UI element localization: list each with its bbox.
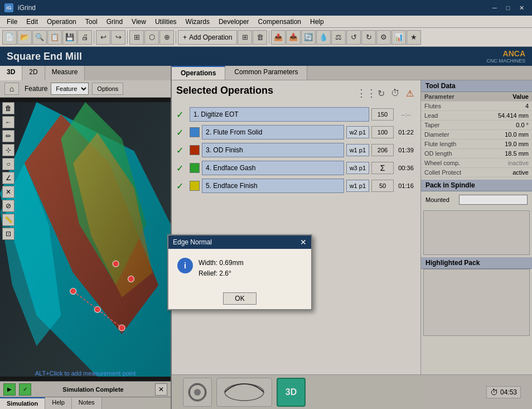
circle-tool[interactable]: ○ xyxy=(2,158,14,170)
title-bar: iG iGrind ─ □ ✕ xyxy=(0,0,532,16)
op-time-4: 00:36 xyxy=(396,165,416,171)
menu-compensation[interactable]: Compensation xyxy=(254,17,306,27)
op-name-5[interactable]: 5. Endface Finish xyxy=(202,179,344,193)
table-button[interactable]: ⊞ xyxy=(238,30,252,45)
target-button[interactable]: ⊕ xyxy=(159,30,174,45)
op-value-1: 150 xyxy=(371,108,394,121)
redo-button[interactable]: ↪ xyxy=(111,30,125,45)
menu-utilities[interactable]: Utilities xyxy=(151,17,181,27)
op-tag-2: w2 p1 xyxy=(346,126,369,138)
3d-button[interactable]: ⬡ xyxy=(144,30,159,45)
open-button[interactable]: 📂 xyxy=(17,30,32,45)
tab-help[interactable]: Help xyxy=(45,397,72,409)
balance-button[interactable]: ⚖ xyxy=(331,30,346,45)
toolbar: 📄 📂 🔍 📋 💾 🖨 ↩ ↪ ⊞ ⬡ ⊕ + Add Operation ⊞ … xyxy=(0,28,532,47)
grid-button[interactable]: ⊞ xyxy=(129,30,144,45)
op-check-4: ✓ xyxy=(176,163,187,174)
3d-view-button[interactable]: 3D xyxy=(277,378,306,407)
op-value-2: 100 xyxy=(371,126,394,138)
viewport: 🗑 ← ✏ ⊹ ○ ∠ ✕ ⊘ 📏 ⊡ xyxy=(0,98,171,381)
add-operation-button[interactable]: + Add Operation xyxy=(178,30,237,45)
op-color-3 xyxy=(190,145,200,155)
undo-button[interactable]: ↩ xyxy=(96,30,110,45)
op-tag-5: w1 p1 xyxy=(346,180,369,192)
menu-help[interactable]: Help xyxy=(306,17,328,27)
profile-button[interactable] xyxy=(216,378,272,407)
ops-icon-1[interactable]: ⋮⋮ xyxy=(360,87,373,99)
ok-button[interactable]: OK xyxy=(223,292,256,305)
tab-simulation[interactable]: Simulation xyxy=(0,397,45,409)
measure-tool[interactable]: 📏 xyxy=(2,214,14,226)
op-time-5: 01:16 xyxy=(396,182,416,189)
print-button[interactable]: 🖨 xyxy=(78,30,92,45)
ops-icon-2[interactable]: ↻ xyxy=(375,87,387,99)
new-button[interactable]: 📄 xyxy=(2,30,17,45)
width-text: Width: 0.69mm xyxy=(199,258,244,268)
save-button[interactable]: 💾 xyxy=(62,30,77,45)
options-button[interactable]: Options xyxy=(92,83,123,95)
import-button[interactable]: 📥 xyxy=(286,30,301,45)
ops-tabs: Operations Common Parameters xyxy=(172,66,532,80)
water-button[interactable]: 💧 xyxy=(316,30,331,45)
menu-grind[interactable]: Grind xyxy=(102,17,127,27)
pointer-tool[interactable]: ⊹ xyxy=(2,144,14,156)
settings-button[interactable]: ⚙ xyxy=(376,30,391,45)
tab-operations[interactable]: Operations xyxy=(172,66,225,80)
tab-2d[interactable]: 2D xyxy=(22,66,45,80)
menu-file[interactable]: File xyxy=(2,17,22,27)
menu-operation[interactable]: Operation xyxy=(42,17,81,27)
rotate-right-button[interactable]: ↻ xyxy=(361,30,376,45)
cycle-button[interactable]: 🔄 xyxy=(301,30,316,45)
op-name-1[interactable]: 1. Digitize EOT xyxy=(190,107,369,122)
feature-select[interactable]: Feature xyxy=(51,83,89,95)
angle-tool[interactable]: ∠ xyxy=(2,172,14,184)
maximize-button[interactable]: □ xyxy=(502,3,514,13)
menu-wizards[interactable]: Wizards xyxy=(181,17,214,27)
menu-tool[interactable]: Tool xyxy=(81,17,102,27)
extra-tool[interactable]: ⊡ xyxy=(2,228,14,240)
val-collet-protect: active xyxy=(471,168,532,177)
op-value-3: 206 xyxy=(371,144,394,156)
op-value-4: Σ xyxy=(371,162,394,174)
cross-tool[interactable]: ✕ xyxy=(2,186,14,198)
sim-play-icon: ▶ xyxy=(3,383,16,396)
star-button[interactable]: ★ xyxy=(407,30,421,45)
search-button[interactable]: 🔍 xyxy=(32,30,47,45)
data-panel: Tool Data Parameter Value Flutes 4 Lead xyxy=(420,80,532,374)
trash-tool[interactable]: 🗑 xyxy=(2,102,14,114)
viewport-svg xyxy=(0,98,171,381)
op-name-3[interactable]: 3. OD Finish xyxy=(202,143,344,157)
menu-edit[interactable]: Edit xyxy=(22,17,42,27)
ops-icon-3[interactable]: ⏱ xyxy=(389,87,402,99)
modal-close-button[interactable]: ✕ xyxy=(300,238,307,247)
highlighted-pack-title: Highlighted Pack xyxy=(421,257,532,269)
table-header: Parameter Value xyxy=(421,92,532,102)
op-name-4[interactable]: 4. Endface Gash xyxy=(202,161,344,175)
ops-main: Selected Operations ⋮⋮ ↻ ⏱ ⚠ ✓ 1. Digiti… xyxy=(172,80,420,374)
op-color-4 xyxy=(190,163,200,173)
home-button[interactable]: ⌂ xyxy=(4,83,19,95)
svg-point-10 xyxy=(113,261,119,267)
export-button[interactable]: 📤 xyxy=(271,30,286,45)
modal-message: Width: 0.69mm Relief: 2.6° xyxy=(199,258,244,279)
wheel-button-1[interactable] xyxy=(183,378,212,407)
minimize-button[interactable]: ─ xyxy=(489,3,501,13)
menu-developer[interactable]: Developer xyxy=(214,17,254,27)
op-name-2[interactable]: 2. Flute From Solid xyxy=(202,125,344,139)
tab-notes[interactable]: Notes xyxy=(72,397,102,409)
tab-measure[interactable]: Measure xyxy=(45,66,85,80)
arrow-tool[interactable]: ← xyxy=(2,116,14,128)
pattern-tool[interactable]: ⊘ xyxy=(2,200,14,212)
menu-view[interactable]: View xyxy=(127,17,151,27)
close-button[interactable]: ✕ xyxy=(515,3,528,13)
tab-3d[interactable]: 3D xyxy=(0,66,22,80)
chart-button[interactable]: 📊 xyxy=(391,30,406,45)
sim-check-icon: ✓ xyxy=(19,383,31,396)
rotate-left-button[interactable]: ↺ xyxy=(346,30,361,45)
pencil-tool[interactable]: ✏ xyxy=(2,130,14,142)
sim-close-button[interactable]: ✕ xyxy=(155,383,167,396)
scan-button[interactable]: 📋 xyxy=(47,30,62,45)
ops-icon-4[interactable]: ⚠ xyxy=(404,87,416,99)
tab-common-parameters[interactable]: Common Parameters xyxy=(225,66,307,80)
delete-button[interactable]: 🗑 xyxy=(253,30,267,45)
